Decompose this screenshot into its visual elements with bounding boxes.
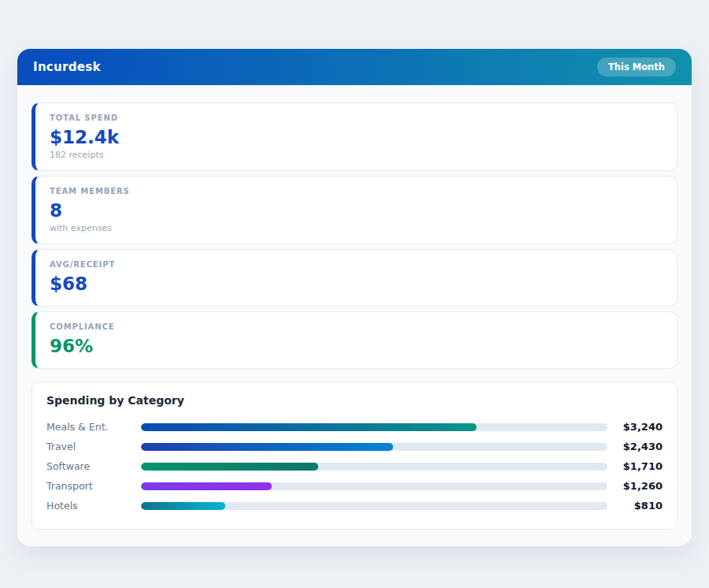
widget-content: TOTAL SPEND $12.4k 182 receipts TEAM MEM… <box>17 85 692 546</box>
bar-fill <box>141 443 393 451</box>
category-value: $1,710 <box>615 460 663 472</box>
bar-fill <box>141 482 272 490</box>
stat-card-compliance: COMPLIANCE 96% <box>32 311 677 369</box>
category-row: Meals & Ent. $3,240 <box>46 417 663 437</box>
stat-subtext: 182 receipts <box>50 150 663 161</box>
stat-value: 96% <box>50 334 663 358</box>
stat-label: COMPLIANCE <box>50 322 663 332</box>
category-label: Transport <box>46 480 141 492</box>
stat-value: $12.4k <box>50 125 663 149</box>
category-row: Transport $1,260 <box>46 476 663 496</box>
stat-label: TOTAL SPEND <box>50 113 663 123</box>
category-value: $3,240 <box>615 421 663 433</box>
bar-fill <box>141 502 225 510</box>
category-label: Meals & Ent. <box>46 421 141 433</box>
app-title: Incurdesk <box>33 60 101 74</box>
page: { "page": { "background": "#edf1f6" }, "… <box>0 0 709 588</box>
category-label: Travel <box>46 441 141 452</box>
widget-header: Incurdesk This Month <box>17 49 692 85</box>
stat-card-team-members: TEAM MEMBERS 8 with expenses <box>32 176 677 244</box>
bar-fill <box>141 423 477 431</box>
bar-track <box>141 502 607 510</box>
incurdesk-widget: Incurdesk This Month TOTAL SPEND $12.4k … <box>17 49 692 546</box>
bar-fill <box>141 463 318 471</box>
stat-value: 8 <box>50 199 663 222</box>
category-row: Travel $2,430 <box>46 437 663 456</box>
bar-track <box>141 443 607 451</box>
stat-label: TEAM MEMBERS <box>50 186 663 196</box>
category-value: $810 <box>615 500 663 512</box>
category-value: $2,430 <box>615 441 663 452</box>
stat-subtext: with expenses <box>50 223 663 234</box>
category-row: Hotels $810 <box>46 496 663 515</box>
stat-card-avg-receipt: AVG/RECEIPT $68 <box>32 249 677 307</box>
stat-value: $68 <box>50 272 663 296</box>
bar-track <box>141 482 607 490</box>
spending-by-category-card: Spending by Category Meals & Ent. $3,240… <box>32 381 677 530</box>
category-row: Software $1,710 <box>46 456 663 476</box>
category-label: Hotels <box>46 500 141 512</box>
category-value: $1,260 <box>615 480 663 492</box>
stat-label: AVG/RECEIPT <box>50 259 663 270</box>
bar-track <box>141 423 607 431</box>
stat-card-total-spend: TOTAL SPEND $12.4k 182 receipts <box>32 102 677 171</box>
bar-track <box>141 463 607 471</box>
period-badge[interactable]: This Month <box>597 58 676 76</box>
spending-card-title: Spending by Category <box>46 394 663 407</box>
category-label: Software <box>46 460 141 472</box>
